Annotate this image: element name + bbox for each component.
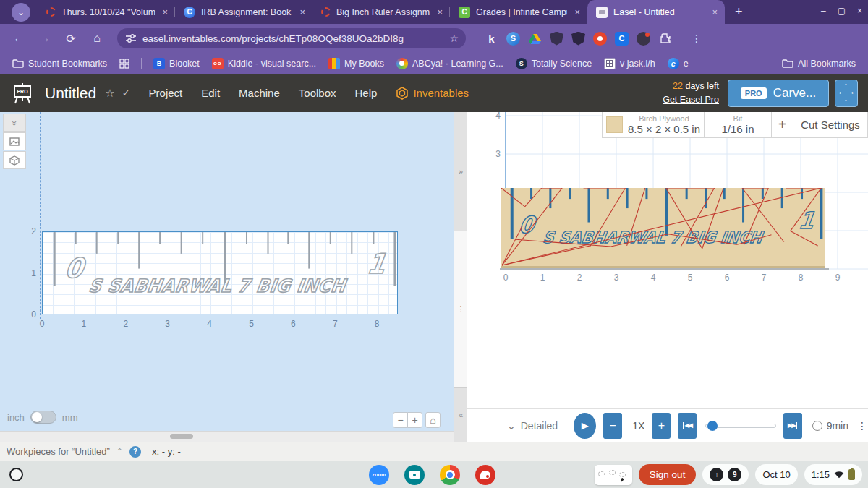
date-pill[interactable]: Oct 10 bbox=[755, 464, 797, 485]
bookmark-item[interactable]: BBlooket bbox=[150, 58, 203, 69]
tab-close-icon[interactable]: × bbox=[298, 7, 307, 17]
chevron-up-icon[interactable]: ⌃ bbox=[116, 447, 123, 456]
horizontal-scrollbar-track[interactable] bbox=[0, 431, 454, 442]
expand-right-panel-button[interactable]: » bbox=[454, 112, 467, 231]
skip-to-end-button[interactable]: ▶▶ bbox=[783, 413, 802, 439]
unit-toggle[interactable] bbox=[30, 411, 56, 424]
inventables-brand[interactable]: Inventables bbox=[396, 87, 469, 100]
preview-canvas[interactable]: 43 0123456789 0 S SABHARWAL 7 BIG INCH 1… bbox=[467, 112, 868, 442]
zoom-in-button[interactable]: + bbox=[407, 412, 422, 428]
site-settings-icon[interactable] bbox=[126, 34, 136, 43]
zoom-out-button[interactable]: − bbox=[393, 412, 408, 428]
s-circle-extension-icon[interactable]: S bbox=[506, 32, 520, 46]
bookmark-item[interactable]: Student Bookmarks bbox=[9, 59, 111, 69]
menu-item-toolbox[interactable]: Toolbox bbox=[299, 87, 336, 99]
design-text-main[interactable]: S SABHARWAL 7 BIG INCH bbox=[88, 275, 347, 296]
notification-pill[interactable]: ↑ 9 bbox=[702, 464, 749, 485]
material-workpiece[interactable]: 0 S SABHARWAL 7 BIG INCH 1 bbox=[42, 231, 398, 314]
menu-item-help[interactable]: Help bbox=[355, 87, 378, 99]
browser-tab[interactable]: Easel - Untitled× bbox=[587, 0, 725, 24]
browser-menu-icon[interactable]: ⋮ bbox=[692, 33, 702, 44]
chrome-app-icon[interactable] bbox=[440, 465, 460, 485]
browser-tab[interactable]: Thurs. 10/10/24 "Volume of× bbox=[38, 0, 175, 24]
add-bit-button[interactable]: + bbox=[772, 112, 793, 137]
screenshot-preview[interactable] bbox=[595, 465, 632, 485]
inch-label[interactable]: inch bbox=[7, 412, 25, 423]
puzzle-extension-icon[interactable] bbox=[658, 32, 672, 46]
drive-extension-icon[interactable] bbox=[528, 32, 542, 46]
menu-item-edit[interactable]: Edit bbox=[201, 87, 220, 99]
canvas-app-icon[interactable] bbox=[475, 465, 495, 485]
bookmark-item[interactable] bbox=[116, 59, 133, 69]
shield-b-extension-icon[interactable] bbox=[571, 32, 585, 46]
launcher-button[interactable] bbox=[9, 468, 23, 481]
new-tab-button[interactable]: + bbox=[735, 4, 743, 20]
playbar-menu-icon[interactable]: ⋮ bbox=[857, 420, 868, 432]
tab-search-button[interactable]: ⌄ bbox=[12, 3, 30, 22]
easel-logo-icon[interactable]: PRO bbox=[10, 81, 35, 106]
horizontal-scrollbar-thumb[interactable] bbox=[170, 434, 193, 439]
bit-setting[interactable]: Bit 1/16 in bbox=[705, 112, 772, 137]
reload-icon[interactable]: ⟳ bbox=[59, 32, 82, 46]
collapse-toolbar-button[interactable]: » bbox=[3, 114, 26, 132]
tab-close-icon[interactable]: × bbox=[435, 7, 444, 17]
address-bar[interactable]: easel.inventables.com/projects/chETp08OQ… bbox=[117, 28, 466, 48]
screencast-app-icon[interactable] bbox=[404, 465, 425, 485]
forward-icon[interactable]: → bbox=[33, 32, 56, 45]
sign-out-button[interactable]: Sign out bbox=[639, 464, 697, 485]
bookmark-item[interactable]: ooKiddle - visual searc... bbox=[208, 58, 320, 69]
design-canvas[interactable]: » 0 S SABHARWAL bbox=[0, 112, 454, 442]
menu-item-project[interactable]: Project bbox=[149, 87, 183, 99]
tab-close-icon[interactable]: × bbox=[710, 7, 719, 17]
skip-to-start-button[interactable]: ◀◀ bbox=[678, 413, 697, 439]
pan-tool-button[interactable]: ⌃ ⌄ ‹ › bbox=[835, 80, 858, 107]
cut-settings-button[interactable]: Cut Settings bbox=[793, 112, 867, 137]
bookmark-item[interactable]: My Books bbox=[325, 58, 388, 69]
material-setting[interactable]: Birch Plywood 8.5 × 2 × 0.5 in bbox=[603, 112, 705, 137]
slider-knob[interactable] bbox=[707, 421, 718, 431]
url-text[interactable]: easel.inventables.com/projects/chETp08OQ… bbox=[142, 33, 443, 44]
home-icon[interactable]: ⌂ bbox=[85, 32, 109, 45]
maximize-icon[interactable]: ▢ bbox=[838, 6, 846, 16]
favorite-star-icon[interactable]: ☆ bbox=[105, 87, 114, 100]
menu-item-machine[interactable]: Machine bbox=[239, 87, 280, 99]
3d-view-button[interactable] bbox=[3, 151, 26, 169]
speed-increase-button[interactable]: + bbox=[652, 413, 671, 439]
back-icon[interactable]: ← bbox=[7, 32, 30, 45]
status-pill[interactable]: 1:15 bbox=[804, 464, 862, 485]
bookmark-item[interactable]: STotally Science bbox=[512, 58, 595, 69]
bookmark-star-icon[interactable]: ☆ bbox=[449, 33, 459, 44]
bookmark-item[interactable]: ee bbox=[664, 58, 692, 69]
shield-a-extension-icon[interactable] bbox=[550, 32, 563, 46]
project-title[interactable]: Untitled bbox=[45, 85, 96, 102]
bookmark-item[interactable]: ABCya! · Learning G... bbox=[393, 58, 507, 69]
help-icon[interactable]: ? bbox=[129, 446, 141, 458]
simulation-progress-slider[interactable] bbox=[705, 424, 775, 428]
tab-close-icon[interactable]: × bbox=[161, 7, 169, 17]
browser-tab[interactable]: CGrades | Infinite Campus× bbox=[450, 0, 587, 24]
zoom-home-button[interactable]: ⌂ bbox=[425, 412, 441, 428]
all-bookmarks-button[interactable]: All Bookmarks bbox=[778, 59, 859, 69]
zoom-app-icon[interactable]: zoom bbox=[369, 465, 389, 485]
workpieces-label[interactable]: Workpieces for “Untitled” bbox=[7, 446, 110, 457]
dot-circle-extension-icon[interactable] bbox=[637, 32, 650, 46]
carve-button[interactable]: PRO Carve... bbox=[728, 80, 829, 107]
collapse-left-panel-button[interactable]: « bbox=[454, 387, 467, 442]
divider-drag-handle[interactable]: ⋮ bbox=[454, 231, 467, 387]
minimize-icon[interactable]: – bbox=[821, 6, 826, 16]
k-letter-extension-icon[interactable]: k bbox=[485, 32, 498, 46]
get-easel-pro-link[interactable]: Get Easel Pro bbox=[663, 95, 719, 105]
browser-tab[interactable]: CIRB Assignment: Book Jacket× bbox=[175, 0, 312, 24]
bookmark-item[interactable]: v jask.l/h bbox=[600, 58, 659, 69]
browser-tab[interactable]: Big Inch Ruler Assignment× bbox=[312, 0, 450, 24]
dashed-circle-icon bbox=[321, 7, 331, 17]
speed-decrease-button[interactable]: − bbox=[603, 413, 622, 439]
detail-dropdown[interactable]: ⌄ Detailed bbox=[507, 420, 558, 432]
mm-label[interactable]: mm bbox=[62, 412, 78, 423]
c-square-extension-icon[interactable]: C bbox=[615, 32, 629, 46]
import-image-button[interactable] bbox=[3, 132, 26, 150]
target-extension-icon[interactable] bbox=[593, 32, 607, 46]
tab-close-icon[interactable]: × bbox=[573, 7, 582, 17]
play-button[interactable]: ▶ bbox=[574, 413, 596, 439]
close-window-icon[interactable]: × bbox=[857, 6, 862, 16]
